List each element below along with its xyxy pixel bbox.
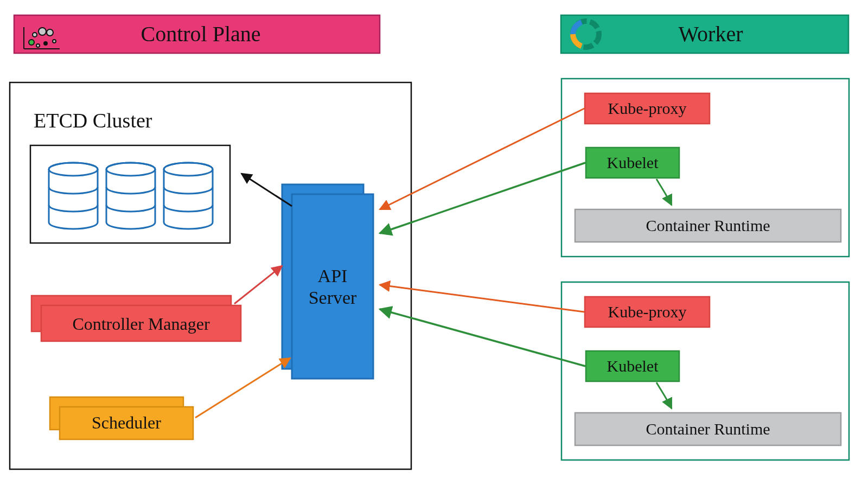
- arrow-kubeproxy2-to-api: [380, 285, 584, 312]
- svg-point-13: [86, 194, 90, 199]
- kubelet-label-2: Kubelet: [607, 357, 659, 375]
- svg-point-23: [201, 194, 205, 199]
- svg-point-4: [47, 29, 53, 36]
- kube-proxy-box: Kube-proxy: [585, 93, 710, 124]
- arrow-controller-to-api: [234, 266, 282, 304]
- svg-point-24: [201, 212, 205, 216]
- svg-point-19: [143, 212, 148, 216]
- etcd-cluster-label: ETCD Cluster: [34, 109, 152, 132]
- header-control-plane: Control Plane: [14, 15, 380, 53]
- container-runtime-box: Container Runtime: [575, 413, 841, 445]
- etcd-db-icons: [49, 163, 213, 229]
- container-runtime-box: Container Runtime: [575, 209, 841, 242]
- controller-manager-label: Controller Manager: [72, 314, 210, 334]
- kubelet-label: Kubelet: [607, 154, 659, 171]
- svg-point-20: [143, 177, 148, 181]
- header-worker-label: Worker: [679, 22, 743, 46]
- db-icon: [106, 163, 155, 229]
- svg-point-3: [39, 28, 46, 35]
- container-runtime-label-2: Container Runtime: [646, 420, 770, 438]
- svg-rect-27: [292, 194, 373, 379]
- arrow-kubelet-to-runtime-1: [656, 179, 672, 205]
- header-control-plane-label: Control Plane: [141, 22, 260, 46]
- header-worker: Worker: [561, 15, 848, 53]
- api-server-box: API Server: [282, 184, 373, 379]
- container-runtime-label: Container Runtime: [646, 216, 770, 234]
- scheduler-box: Scheduler: [50, 397, 193, 439]
- kube-proxy-label-2: Kube-proxy: [608, 303, 687, 321]
- kubelet-box: Kubelet: [586, 351, 679, 381]
- api-server-label-2: Server: [309, 287, 357, 308]
- worker-node-1: Kube-proxy Kubelet Container Runtime: [561, 79, 849, 257]
- svg-point-18: [143, 194, 148, 199]
- svg-point-6: [44, 42, 47, 45]
- svg-point-2: [33, 33, 37, 37]
- arrow-scheduler-to-api: [195, 358, 290, 418]
- scheduler-label: Scheduler: [92, 413, 161, 432]
- worker-node-2: Kube-proxy Kubelet Container Runtime: [561, 282, 849, 460]
- api-server-label-1: API: [318, 266, 348, 286]
- control-plane-box: ETCD Cluster: [10, 82, 411, 469]
- db-icon: [49, 163, 98, 229]
- controller-manager-box: Controller Manager: [31, 296, 241, 341]
- kube-proxy-label: Kube-proxy: [608, 99, 687, 117]
- kube-proxy-box: Kube-proxy: [585, 297, 710, 327]
- svg-point-1: [29, 40, 34, 45]
- svg-point-5: [36, 44, 40, 47]
- arrow-kubeproxy1-to-api: [380, 108, 584, 209]
- svg-point-15: [86, 177, 90, 181]
- svg-point-14: [86, 212, 90, 216]
- svg-point-25: [201, 177, 205, 181]
- kubelet-box: Kubelet: [586, 148, 679, 178]
- db-icon: [164, 163, 213, 229]
- svg-point-7: [53, 40, 56, 43]
- arrow-kubelet-to-runtime-2: [656, 382, 672, 408]
